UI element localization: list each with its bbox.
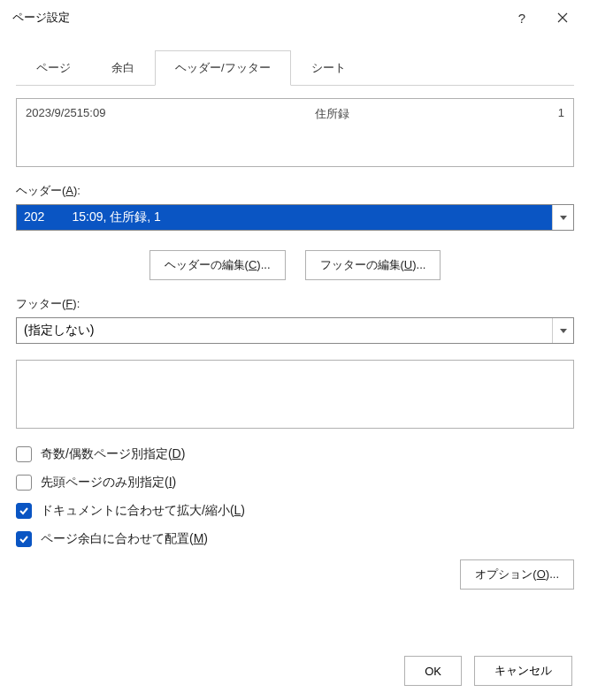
close-icon (557, 12, 568, 23)
header-combo-dropdown[interactable] (552, 205, 573, 230)
window-title: ページ設定 (12, 10, 502, 26)
header-label: ヘッダー(A): (16, 183, 574, 199)
header-combo[interactable]: 202 15:09, 住所録, 1 (16, 204, 574, 231)
close-button[interactable] (542, 4, 583, 31)
footer-combo-dropdown[interactable] (552, 318, 573, 343)
tab-sheet[interactable]: シート (291, 50, 366, 86)
tab-page[interactable]: ページ (16, 50, 91, 86)
footer-preview (16, 360, 574, 429)
header-preview-center: 住所録 (315, 106, 349, 159)
footer-combo[interactable]: (指定しない) (16, 317, 574, 344)
edit-header-button[interactable]: ヘッダーの編集(C)... (149, 250, 286, 280)
tab-header-footer[interactable]: ヘッダー/フッター (155, 50, 291, 86)
chevron-down-icon (560, 329, 567, 333)
tab-margins[interactable]: 余白 (91, 50, 155, 86)
header-preview-left: 2023/9/2515:09 (26, 106, 105, 159)
checkbox-icon (16, 503, 32, 519)
footer-label: フッター(F): (16, 296, 574, 312)
options-button[interactable]: オプション(O)... (460, 559, 574, 590)
title-bar: ページ設定 ? (0, 0, 590, 35)
checkbox-icon (16, 531, 32, 547)
header-preview-right: 1 (558, 106, 564, 159)
cancel-button[interactable]: キャンセル (474, 656, 572, 686)
help-button[interactable]: ? (502, 4, 542, 31)
header-combo-value: 202 15:09, 住所録, 1 (17, 205, 552, 230)
checkbox-icon (16, 475, 32, 491)
chevron-down-icon (560, 216, 567, 220)
edit-footer-button[interactable]: フッターの編集(U)... (305, 250, 441, 280)
check-odd-even[interactable]: 奇数/偶数ページ別指定(D) (16, 446, 574, 462)
check-first-page[interactable]: 先頭ページのみ別指定(I) (16, 475, 574, 491)
tab-bar: ページ 余白 ヘッダー/フッター シート (16, 49, 574, 86)
ok-button[interactable]: OK (404, 656, 462, 686)
header-preview: 2023/9/2515:09 住所録 1 (16, 98, 574, 167)
check-align-margins[interactable]: ページ余白に合わせて配置(M) (16, 531, 574, 547)
footer-combo-value: (指定しない) (17, 318, 552, 343)
checkbox-icon (16, 446, 32, 462)
check-scale-doc[interactable]: ドキュメントに合わせて拡大/縮小(L) (16, 503, 574, 519)
